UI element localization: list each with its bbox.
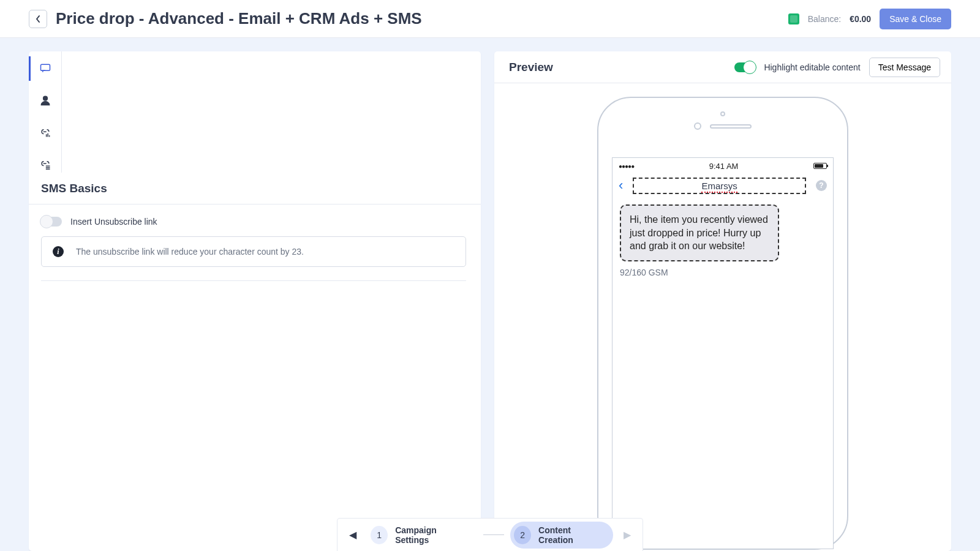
header-actions: Balance: €0.00 Save & Close xyxy=(788,9,951,29)
back-button[interactable] xyxy=(29,10,47,28)
battery-icon xyxy=(813,163,827,169)
signal-icon: ●●●●● xyxy=(619,163,634,170)
step-number: 1 xyxy=(371,526,388,544)
character-counter: 92/160 GSM xyxy=(620,268,826,277)
test-message-button[interactable]: Test Message xyxy=(869,58,940,77)
message-header: ‹ Emarsys ? xyxy=(612,174,833,197)
link-list-icon xyxy=(39,158,51,170)
settings-rail xyxy=(29,51,62,173)
divider xyxy=(41,280,466,281)
camera-icon xyxy=(720,111,725,116)
person-icon xyxy=(39,94,51,107)
phone-screen: ●●●●● 9:41 AM ‹ Emarsys ? Hi, the item y… xyxy=(612,157,834,549)
workspace: SMS Basics Insert Unsubscribe link i The… xyxy=(0,38,980,551)
highlight-toggle-label: Highlight editable content xyxy=(764,62,860,72)
step-campaign-settings[interactable]: 1 Campaign Settings xyxy=(367,522,477,549)
step-next-button[interactable]: ▶ xyxy=(619,527,635,544)
tracked-links-tab[interactable] xyxy=(34,124,56,141)
phone-notch xyxy=(694,111,752,130)
settings-body: Insert Unsubscribe link i The unsubscrib… xyxy=(29,204,481,281)
step-connector xyxy=(483,534,504,535)
preview-card: Preview Highlight editable content Test … xyxy=(494,51,951,551)
wizard-stepper: ◀ 1 Campaign Settings 2 Content Creation… xyxy=(337,518,643,551)
info-icon: i xyxy=(53,246,64,257)
settings-card: SMS Basics Insert Unsubscribe link i The… xyxy=(29,51,481,551)
preview-title: Preview xyxy=(509,61,553,74)
step-content-creation[interactable]: 2 Content Creation xyxy=(510,522,613,549)
phone-back-button[interactable]: ‹ xyxy=(619,179,623,192)
preview-header: Preview Highlight editable content Test … xyxy=(494,51,951,83)
save-close-button[interactable]: Save & Close xyxy=(880,9,951,29)
chevron-left-icon xyxy=(35,15,41,23)
link-list-tab[interactable] xyxy=(34,156,56,173)
info-text: The unsubscribe link will reduce your ch… xyxy=(76,247,304,257)
highlight-toggle[interactable] xyxy=(734,62,755,72)
sender-name: Emarsys xyxy=(701,181,737,193)
settings-header: SMS Basics xyxy=(29,173,481,204)
unsubscribe-toggle-row: Insert Unsubscribe link xyxy=(41,217,466,227)
speaker-icon xyxy=(710,124,752,129)
balance-label: Balance: xyxy=(808,14,841,24)
link-bars-icon xyxy=(39,126,51,138)
step-label: Campaign Settings xyxy=(395,525,467,545)
unsubscribe-toggle-label: Insert Unsubscribe link xyxy=(70,217,157,227)
sender-field[interactable]: Emarsys xyxy=(633,178,806,194)
phone-frame: ●●●●● 9:41 AM ‹ Emarsys ? Hi, the item y… xyxy=(597,97,848,550)
info-callout: i The unsubscribe link will reduce your … xyxy=(41,236,466,267)
message-area: Hi, the item you recently viewed just dr… xyxy=(612,197,833,277)
svg-point-1 xyxy=(43,96,47,100)
sms-basics-tab[interactable] xyxy=(34,60,56,77)
message-bubble[interactable]: Hi, the item you recently viewed just dr… xyxy=(620,204,779,261)
help-icon[interactable]: ? xyxy=(816,180,827,191)
top-bar: Price drop - Advanced - Email + CRM Ads … xyxy=(0,0,980,38)
preview-stage: ●●●●● 9:41 AM ‹ Emarsys ? Hi, the item y… xyxy=(494,83,951,551)
phone-time: 9:41 AM xyxy=(709,162,739,171)
chat-icon xyxy=(39,62,51,75)
step-prev-button[interactable]: ◀ xyxy=(345,527,361,544)
personalization-tab[interactable] xyxy=(34,92,56,109)
settings-title: SMS Basics xyxy=(41,182,107,195)
unsubscribe-toggle[interactable] xyxy=(41,217,62,227)
balance-value: €0.00 xyxy=(850,14,871,24)
step-label: Content Creation xyxy=(538,525,603,545)
settings-content: SMS Basics Insert Unsubscribe link i The… xyxy=(29,173,481,551)
page-title: Price drop - Advanced - Email + CRM Ads … xyxy=(56,9,422,28)
phone-status-bar: ●●●●● 9:41 AM xyxy=(612,158,833,174)
front-camera-icon xyxy=(694,122,701,130)
balance-icon xyxy=(788,13,799,24)
step-number: 2 xyxy=(514,526,531,544)
svg-rect-0 xyxy=(40,64,50,70)
